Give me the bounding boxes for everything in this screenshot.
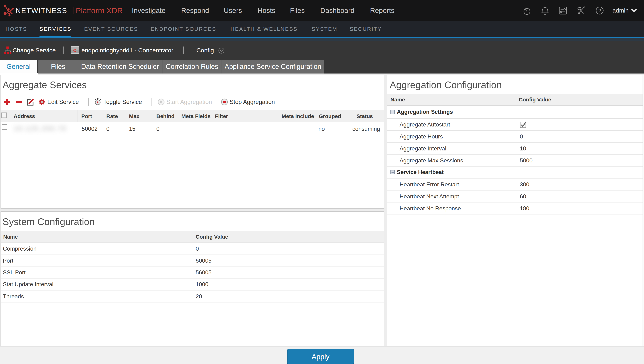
svg-text:C: C bbox=[73, 48, 76, 53]
svg-text:?: ? bbox=[598, 8, 601, 14]
